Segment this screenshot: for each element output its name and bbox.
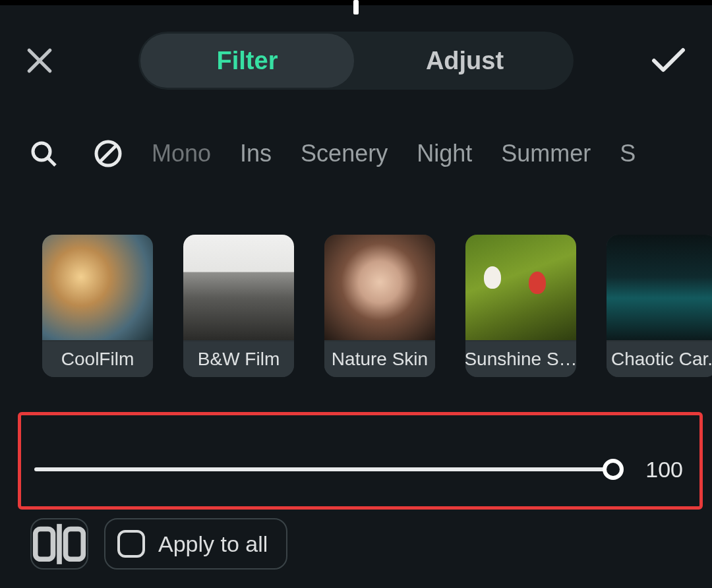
- filter-list[interactable]: CoolFilm B&W Film Nature Skin Sunshine S…: [0, 235, 712, 380]
- filter-label: CoolFilm: [42, 341, 153, 377]
- tab-filter[interactable]: Filter: [140, 34, 354, 88]
- filter-thumbnail: [324, 235, 435, 340]
- filter-label: Sunshine S…: [465, 341, 576, 377]
- category-summer[interactable]: Summer: [501, 140, 591, 167]
- filter-chaotic[interactable]: Chaotic Car.: [607, 235, 712, 377]
- search-button[interactable]: [30, 140, 57, 167]
- apply-to-all-button[interactable]: Apply to all: [104, 518, 287, 570]
- mode-segmented-control: Filter Adjust: [138, 32, 574, 90]
- apply-to-all-label: Apply to all: [158, 531, 268, 557]
- search-icon: [30, 140, 57, 167]
- svg-rect-6: [36, 529, 53, 559]
- check-icon: [651, 47, 686, 74]
- slider-thumb[interactable]: [603, 459, 624, 480]
- close-button[interactable]: [20, 41, 59, 80]
- intensity-slider[interactable]: [34, 467, 613, 471]
- filter-thumbnail: [607, 235, 712, 340]
- filter-label: Chaotic Car.: [607, 341, 712, 377]
- slider-value: 100: [637, 457, 683, 483]
- tab-adjust[interactable]: Adjust: [358, 34, 572, 88]
- svg-point-2: [33, 143, 50, 160]
- ban-icon: [94, 139, 123, 168]
- category-scenery[interactable]: Scenery: [301, 140, 388, 167]
- close-icon: [26, 47, 53, 74]
- compare-button[interactable]: [30, 518, 88, 570]
- filter-thumbnail: [42, 235, 153, 340]
- filter-label: B&W Film: [183, 341, 294, 377]
- bottom-actions: Apply to all: [30, 518, 287, 570]
- svg-line-5: [100, 145, 117, 162]
- intensity-slider-row: 100: [34, 456, 683, 483]
- filter-coolfilm[interactable]: CoolFilm: [42, 235, 153, 377]
- filter-sunshine[interactable]: Sunshine S…: [465, 235, 576, 377]
- category-mono[interactable]: Mono: [152, 140, 211, 167]
- editor-panel: Filter Adjust Mono Ins Scenery Night Sum…: [0, 5, 712, 588]
- svg-rect-7: [66, 529, 84, 559]
- apply-to-all-checkbox[interactable]: [117, 530, 145, 558]
- svg-line-3: [48, 158, 55, 165]
- category-ins[interactable]: Ins: [240, 140, 272, 167]
- header: Filter Adjust: [0, 32, 712, 90]
- filter-label: Nature Skin: [324, 341, 435, 377]
- category-night[interactable]: Night: [417, 140, 472, 167]
- filter-bwfilm[interactable]: B&W Film: [183, 235, 294, 377]
- no-filter-button[interactable]: [94, 139, 123, 168]
- filter-natureskin[interactable]: Nature Skin: [324, 235, 435, 377]
- filter-categories: Mono Ins Scenery Night Summer S: [0, 134, 712, 173]
- compare-icon: [32, 521, 87, 567]
- filter-thumbnail: [465, 235, 576, 340]
- category-more[interactable]: S: [620, 140, 636, 167]
- filter-thumbnail: [183, 235, 294, 340]
- confirm-button[interactable]: [649, 41, 688, 80]
- top-indicator: [353, 0, 359, 15]
